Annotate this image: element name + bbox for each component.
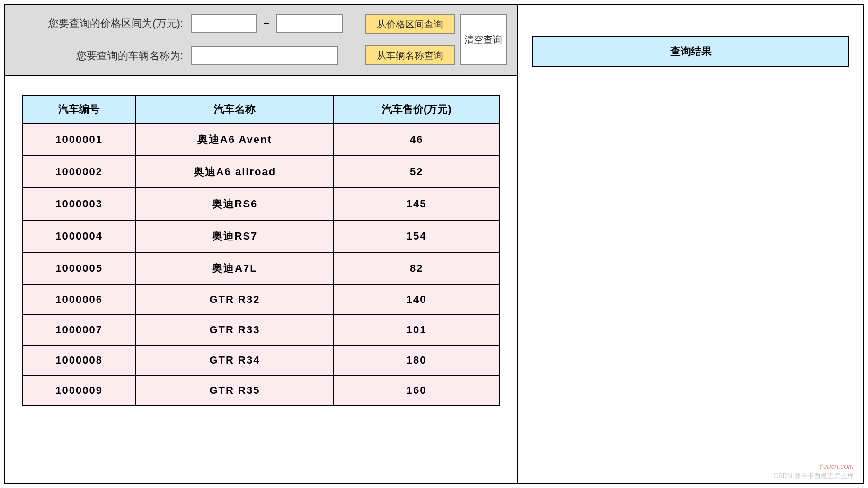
cell-price: 180 bbox=[333, 345, 500, 375]
cell-name: 奥迪RS6 bbox=[136, 188, 333, 220]
col-header-name: 汽车名称 bbox=[136, 95, 333, 124]
table-row: 1000008GTR R34180 bbox=[22, 345, 500, 375]
cell-name: 奥迪A7L bbox=[136, 252, 333, 284]
table-row: 1000009GTR R35160 bbox=[22, 375, 500, 406]
price-row: 您要查询的价格区间为(万元): ~ bbox=[15, 14, 360, 33]
car-table: 汽车编号 汽车名称 汽车售价(万元) 1000001奥迪A6 Avent4610… bbox=[22, 95, 500, 406]
search-by-price-button[interactable]: 从价格区间查询 bbox=[365, 14, 455, 34]
cell-id: 1000001 bbox=[22, 124, 136, 156]
col-header-price: 汽车售价(万元) bbox=[333, 95, 500, 124]
table-row: 1000004奥迪RS7154 bbox=[22, 220, 500, 252]
table-row: 1000006GTR R32140 bbox=[22, 284, 500, 315]
cell-id: 1000002 bbox=[22, 156, 136, 188]
price-label: 您要查询的价格区间为(万元): bbox=[15, 17, 183, 31]
cell-price: 101 bbox=[333, 315, 500, 345]
price-to-input[interactable] bbox=[276, 14, 343, 33]
name-label: 您要查询的车辆名称为: bbox=[15, 49, 183, 63]
table-row: 1000001奥迪A6 Avent46 bbox=[22, 124, 500, 156]
cell-name: 奥迪A6 Avent bbox=[136, 124, 333, 156]
table-area: 汽车编号 汽车名称 汽车售价(万元) 1000001奥迪A6 Avent4610… bbox=[5, 76, 517, 425]
cell-name: GTR R32 bbox=[136, 284, 333, 315]
clear-button-label: 清空查询 bbox=[464, 34, 502, 46]
price-from-input[interactable] bbox=[191, 14, 257, 33]
cell-id: 1000008 bbox=[22, 345, 136, 375]
table-body: 1000001奥迪A6 Avent461000002奥迪A6 allroad52… bbox=[22, 124, 500, 406]
table-row: 1000002奥迪A6 allroad52 bbox=[22, 156, 500, 188]
clear-button[interactable]: 清空查询 bbox=[460, 14, 507, 65]
watermark-yuucn: Yuucn.com bbox=[819, 462, 854, 470]
cell-price: 145 bbox=[333, 188, 500, 220]
result-header: 查询结果 bbox=[532, 36, 849, 67]
price-inputs: ~ bbox=[191, 14, 343, 33]
watermark-csdn: CSDN @卡卡西最近怎么样 bbox=[773, 472, 854, 480]
table-row: 1000005奥迪A7L82 bbox=[22, 252, 500, 284]
search-header: 您要查询的价格区间为(万元): ~ 您要查询的车辆名称为: 从价格区间查询 从车… bbox=[5, 5, 517, 76]
cell-price: 82 bbox=[333, 252, 500, 284]
app-frame: 您要查询的价格区间为(万元): ~ 您要查询的车辆名称为: 从价格区间查询 从车… bbox=[4, 4, 864, 484]
table-row: 1000003奥迪RS6145 bbox=[22, 188, 500, 220]
cell-id: 1000007 bbox=[22, 315, 136, 345]
cell-price: 154 bbox=[333, 220, 500, 252]
cell-price: 140 bbox=[333, 284, 500, 315]
cell-name: GTR R35 bbox=[136, 375, 333, 406]
cell-id: 1000004 bbox=[22, 220, 136, 252]
table-row: 1000007GTR R33101 bbox=[22, 315, 500, 345]
search-by-name-button[interactable]: 从车辆名称查询 bbox=[365, 45, 455, 65]
cell-id: 1000003 bbox=[22, 188, 136, 220]
cell-id: 1000009 bbox=[22, 375, 136, 406]
cell-price: 160 bbox=[333, 375, 500, 406]
cell-name: 奥迪A6 allroad bbox=[136, 156, 333, 188]
right-panel: 查询结果 Yuucn.com CSDN @卡卡西最近怎么样 bbox=[518, 5, 863, 483]
cell-name: GTR R34 bbox=[136, 345, 333, 375]
cell-name: 奥迪RS7 bbox=[136, 220, 333, 252]
left-panel: 您要查询的价格区间为(万元): ~ 您要查询的车辆名称为: 从价格区间查询 从车… bbox=[5, 5, 518, 483]
table-header-row: 汽车编号 汽车名称 汽车售价(万元) bbox=[22, 95, 500, 124]
vehicle-name-input[interactable] bbox=[191, 46, 338, 65]
tilde-separator: ~ bbox=[264, 18, 270, 30]
search-buttons: 从价格区间查询 从车辆名称查询 bbox=[365, 14, 455, 65]
cell-name: GTR R33 bbox=[136, 315, 333, 345]
cell-price: 46 bbox=[333, 124, 500, 156]
col-header-id: 汽车编号 bbox=[22, 95, 136, 124]
name-row: 您要查询的车辆名称为: bbox=[15, 46, 360, 65]
cell-price: 52 bbox=[333, 156, 500, 188]
cell-id: 1000005 bbox=[22, 252, 136, 284]
cell-id: 1000006 bbox=[22, 284, 136, 315]
search-fields: 您要查询的价格区间为(万元): ~ 您要查询的车辆名称为: bbox=[15, 14, 360, 65]
